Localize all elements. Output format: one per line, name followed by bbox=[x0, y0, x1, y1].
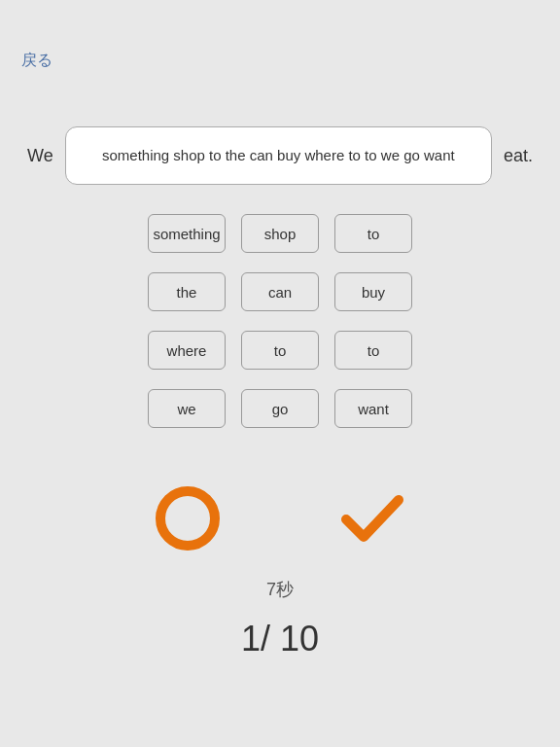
word-button-7[interactable]: to bbox=[241, 331, 319, 370]
check-icon[interactable] bbox=[338, 484, 406, 552]
word-button-11[interactable]: want bbox=[334, 389, 412, 428]
word-button-4[interactable]: can bbox=[241, 272, 319, 311]
word-button-3[interactable]: the bbox=[148, 272, 226, 311]
progress-display: 1/ 10 bbox=[241, 619, 319, 659]
word-button-0[interactable]: something bbox=[148, 214, 226, 253]
word-button-10[interactable]: go bbox=[241, 389, 319, 428]
word-button-1[interactable]: shop bbox=[241, 214, 319, 253]
word-button-2[interactable]: to bbox=[334, 214, 412, 253]
word-button-6[interactable]: where bbox=[148, 331, 226, 370]
word-button-9[interactable]: we bbox=[148, 389, 226, 428]
scrambled-sentence-box: something shop to the can buy where to t… bbox=[65, 126, 492, 185]
back-button[interactable]: 戻る bbox=[21, 51, 52, 71]
circle-icon[interactable] bbox=[154, 484, 222, 552]
sentence-prefix: We bbox=[27, 146, 53, 166]
timer-display: 7秒 bbox=[266, 578, 294, 601]
svg-point-0 bbox=[160, 491, 215, 546]
bottom-icons bbox=[154, 484, 406, 552]
sentence-suffix: eat. bbox=[504, 146, 533, 166]
word-button-5[interactable]: buy bbox=[334, 272, 412, 311]
word-grid: somethingshoptothecanbuywheretotowegowan… bbox=[148, 214, 412, 436]
sentence-area: We something shop to the can buy where t… bbox=[27, 126, 533, 185]
word-button-8[interactable]: to bbox=[334, 331, 412, 370]
